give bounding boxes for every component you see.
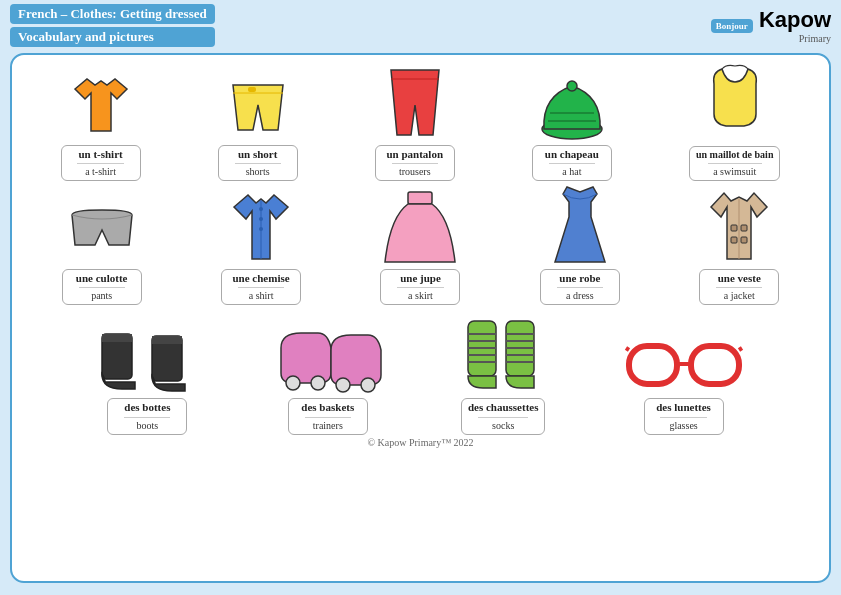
item-glasses: des lunettes glasses	[624, 311, 744, 434]
swimsuit-label: un maillot de bain a swimsuit	[689, 146, 781, 181]
svg-rect-19	[741, 237, 747, 243]
item-shirt: une chemise a shirt	[221, 187, 301, 305]
subtitle: Vocabulary and pictures	[10, 27, 215, 47]
jacket-label: une veste a jacket	[699, 269, 779, 305]
jacket-img	[699, 187, 779, 267]
logo-area: Bonjour Kapow Primary	[711, 7, 831, 44]
svg-point-12	[259, 227, 263, 231]
row-3: des bottes boots	[22, 311, 819, 434]
svg-rect-13	[408, 192, 432, 204]
svg-rect-16	[731, 225, 737, 231]
skirt-label: une jupe a skirt	[380, 269, 460, 305]
item-jacket: une veste a jacket	[699, 187, 779, 305]
svg-rect-18	[741, 225, 747, 231]
svg-line-45	[739, 348, 742, 350]
item-trousers: un pantalon trousers	[375, 63, 455, 181]
svg-marker-14	[555, 187, 605, 262]
svg-point-28	[361, 378, 375, 392]
pants-label: une culotte pants	[62, 269, 142, 305]
trainers-img	[273, 311, 383, 396]
row-2: une culotte pants	[22, 187, 819, 305]
header: French – Clothes: Getting dressed Vocabu…	[0, 0, 841, 49]
socks-label: des chaussettes socks	[461, 398, 546, 434]
svg-point-26	[311, 376, 325, 390]
hat-img	[536, 63, 608, 143]
item-socks: des chaussettes socks	[458, 311, 548, 434]
svg-rect-42	[691, 346, 739, 384]
svg-marker-0	[75, 79, 127, 131]
trousers-label: un pantalon trousers	[375, 145, 455, 181]
item-hat: un chapeau a hat	[532, 63, 612, 181]
svg-point-25	[286, 376, 300, 390]
dress-label: une robe a dress	[540, 269, 620, 305]
bonjour-badge: Bonjour	[711, 19, 753, 33]
shirt-label: une chemise a shirt	[221, 269, 301, 305]
svg-rect-41	[629, 346, 677, 384]
boots-label: des bottes boots	[107, 398, 187, 434]
socks-img	[458, 311, 548, 396]
pants-img	[67, 187, 137, 267]
trainers-label: des baskets trainers	[288, 398, 368, 434]
trousers-img	[381, 63, 449, 143]
svg-rect-22	[102, 334, 132, 342]
glasses-label: des lunettes glasses	[644, 398, 724, 434]
shorts-img	[223, 63, 293, 143]
vocabulary-grid: un t-shirt a t-shirt un short	[22, 63, 819, 435]
item-swimsuit: un maillot de bain a swimsuit	[689, 64, 781, 181]
shorts-label: un short shorts	[218, 145, 298, 181]
swimsuit-img	[704, 64, 766, 144]
shirt-img	[222, 187, 300, 267]
svg-point-5	[567, 81, 577, 91]
svg-rect-17	[731, 237, 737, 243]
svg-point-10	[259, 207, 263, 211]
header-titles: French – Clothes: Getting dressed Vocabu…	[10, 4, 215, 47]
svg-rect-24	[152, 336, 182, 344]
svg-point-27	[336, 378, 350, 392]
skirt-img	[380, 187, 460, 267]
row-1: un t-shirt a t-shirt un short	[22, 63, 819, 181]
item-trainers: des baskets trainers	[273, 311, 383, 434]
glasses-img	[624, 311, 744, 396]
item-dress: une robe a dress	[540, 187, 620, 305]
item-tshirt: un t-shirt a t-shirt	[61, 63, 141, 181]
svg-point-11	[259, 217, 263, 221]
kapow-logo: Kapow Primary	[759, 7, 831, 44]
item-boots: des bottes boots	[97, 311, 197, 434]
svg-line-44	[626, 348, 629, 350]
item-skirt: une jupe a skirt	[380, 187, 460, 305]
hat-label: un chapeau a hat	[532, 145, 612, 181]
item-pants: une culotte pants	[62, 187, 142, 305]
main-content: un t-shirt a t-shirt un short	[10, 53, 831, 583]
main-title: French – Clothes: Getting dressed	[10, 4, 215, 24]
boots-img	[97, 311, 197, 396]
tshirt-label: un t-shirt a t-shirt	[61, 145, 141, 181]
tshirt-img	[65, 63, 137, 143]
item-shorts: un short shorts	[218, 63, 298, 181]
svg-rect-2	[248, 87, 256, 92]
footer: © Kapow Primary™ 2022	[22, 437, 819, 448]
dress-img	[545, 187, 615, 267]
